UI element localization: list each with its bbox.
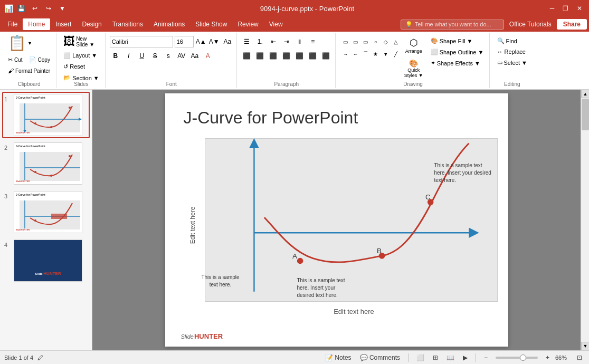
bullets-button[interactable]: ☰ <box>241 36 253 47</box>
status-bar: Slide 1 of 4 🖊 📝 Notes 💬 Comments ⬜ ⊞ 📖 … <box>0 350 589 364</box>
shape-line[interactable]: ╱ <box>390 48 402 60</box>
scroll-thumb[interactable] <box>582 99 589 130</box>
menu-review[interactable]: Review <box>232 18 263 30</box>
menu-view[interactable]: View <box>264 18 288 30</box>
align-text-button[interactable]: ⬛ <box>307 50 319 62</box>
slide-panel[interactable]: 1 J-Curve for PowerPoint SlideHUNT <box>0 90 92 350</box>
clear-format-button[interactable]: Aa <box>222 36 233 47</box>
comments-button[interactable]: 💬 Comments <box>357 352 403 363</box>
slide-num-2: 2 <box>4 145 12 151</box>
menu-bar: File Home Insert Design Transitions Anim… <box>0 17 589 32</box>
text-annotation-c[interactable]: This is a sample text here. Insert your … <box>434 162 495 184</box>
scroll-down-button[interactable]: ▼ <box>581 342 589 350</box>
shape-outline-button[interactable]: ⬜ Shape Outline ▼ <box>428 47 487 57</box>
restore-button[interactable]: ❐ <box>560 3 571 14</box>
menu-design[interactable]: Design <box>77 18 107 30</box>
increase-font-button[interactable]: A▲ <box>195 36 207 47</box>
font-color-button[interactable]: A <box>202 50 214 62</box>
quick-styles-button[interactable]: 🎨 Quick Styles ▼ <box>402 57 426 80</box>
reading-view-button[interactable]: 📖 <box>444 352 457 363</box>
svg-point-10 <box>50 175 52 177</box>
drawing-label: Drawing <box>403 81 423 87</box>
office-tutorials-link[interactable]: Office Tutorials <box>504 18 557 30</box>
slide-thumb-4[interactable]: 4 Slide HUNTER <box>2 237 90 284</box>
italic-button[interactable]: I <box>123 50 135 62</box>
slide-thumb-1[interactable]: 1 J-Curve for PowerPoint SlideHUNT <box>2 92 90 138</box>
find-button[interactable]: 🔍 Find <box>495 36 520 46</box>
text-annotation-b[interactable]: This is a sample text here. Insert your … <box>297 277 353 299</box>
columns-button[interactable]: ⫴ <box>294 36 306 47</box>
new-slide-button[interactable]: 🖼 New Slide ▼ <box>61 34 97 50</box>
slide-sorter-button[interactable]: ⊞ <box>430 352 441 363</box>
vertical-scrollbar[interactable]: ▲ ▼ <box>581 90 589 350</box>
align-center-button[interactable]: ⬛ <box>254 50 266 62</box>
slides-content: 🖼 New Slide ▼ ⬜ Layout ▼ ↺ Reset 📂 Secti… <box>61 34 102 87</box>
cut-button[interactable]: ✂ Cut <box>5 55 25 65</box>
menu-insert[interactable]: Insert <box>50 18 77 30</box>
underline-button[interactable]: U <box>136 50 148 62</box>
slide-title[interactable]: J-Curve for PowerPoint <box>184 108 358 128</box>
text-direction-button[interactable]: ⬛ <box>294 50 306 62</box>
menu-animations[interactable]: Animations <box>148 18 190 30</box>
replace-button[interactable]: ↔ Replace <box>495 47 528 56</box>
text-annotation-a[interactable]: This is a sampletext here. <box>197 274 244 289</box>
para-row2: ⬛ ⬛ ⬛ ⬛ ⬛ ⬛ ⬛ <box>241 50 332 62</box>
align-justify-button[interactable]: ⬛ <box>281 50 292 62</box>
slide-canvas[interactable]: J-Curve for PowerPoint Edit text here Ed… <box>165 93 508 347</box>
undo-button[interactable]: ↩ <box>30 3 40 14</box>
font-name-input[interactable] <box>110 36 173 47</box>
align-left-button[interactable]: ⬛ <box>241 50 253 62</box>
share-button[interactable]: Share <box>557 19 587 30</box>
char-spacing-button[interactable]: AV <box>176 50 187 62</box>
align-right-button[interactable]: ⬛ <box>268 50 279 62</box>
save-button[interactable]: 💾 <box>16 3 26 14</box>
y-axis-label[interactable]: Edit text here <box>189 207 196 244</box>
menu-file[interactable]: File <box>2 18 23 30</box>
shape-tri[interactable]: △ <box>390 36 402 47</box>
slideshow-button[interactable]: ▶ <box>460 352 470 363</box>
numbering-button[interactable]: 1. <box>254 36 266 47</box>
notes-button[interactable]: 📝 Notes <box>322 352 354 363</box>
smartart-button[interactable]: ⬛ <box>320 50 332 62</box>
minimize-button[interactable]: ─ <box>547 3 557 14</box>
fit-slide-button[interactable]: ⊡ <box>574 352 585 363</box>
close-button[interactable]: ✕ <box>574 3 585 14</box>
scroll-up-button[interactable]: ▲ <box>581 90 589 98</box>
layout-button[interactable]: ⬜ Layout ▼ <box>61 51 100 61</box>
customize-button[interactable]: ▼ <box>57 3 68 14</box>
slide-thumb-3[interactable]: 3 J-Curve for PowerPoint SlideHUNTER <box>2 189 90 235</box>
copy-button[interactable]: 📄 Copy <box>26 55 53 65</box>
arrange-button[interactable]: ⬡ Arrange <box>403 35 425 56</box>
increase-indent-button[interactable]: ⇥ <box>281 36 292 47</box>
bold-button[interactable]: B <box>110 50 121 62</box>
shape-fill-button[interactable]: 🎨 Shape Fill ▼ <box>428 36 487 46</box>
reset-button[interactable]: ↺ Reset <box>61 62 88 72</box>
shadow-button[interactable]: s <box>163 50 174 62</box>
tell-me-input[interactable] <box>415 21 499 27</box>
zoom-handle[interactable] <box>520 355 526 361</box>
menu-home[interactable]: Home <box>23 18 50 30</box>
change-case-button[interactable]: Aa <box>189 50 201 62</box>
normal-view-button[interactable]: ⬜ <box>414 352 427 363</box>
decrease-indent-button[interactable]: ⇤ <box>268 36 279 47</box>
shape-effects-button[interactable]: ✦ Shape Effects ▼ <box>428 58 487 68</box>
slides-group: 🖼 New Slide ▼ ⬜ Layout ▼ ↺ Reset 📂 Secti… <box>58 33 106 88</box>
zoom-out-button[interactable]: − <box>481 352 490 363</box>
zoom-slider[interactable] <box>496 357 538 359</box>
line-spacing-button[interactable]: ≡ <box>307 36 319 47</box>
font-size-input[interactable] <box>175 36 194 47</box>
select-button[interactable]: ▭ Select ▼ <box>495 58 530 68</box>
menu-slideshow[interactable]: Slide Show <box>190 18 232 30</box>
tell-me-box[interactable]: 💡 <box>401 20 504 30</box>
slide-thumb-2[interactable]: 2 J-Curve for PowerPoint SlideHUNTER <box>2 140 90 187</box>
lightbulb-icon: 💡 <box>405 21 413 28</box>
paste-button[interactable]: 📋 ▼ <box>5 34 35 53</box>
zoom-in-button[interactable]: + <box>543 352 552 363</box>
format-painter-button[interactable]: 🖌 Format Painter <box>5 66 53 75</box>
menu-transitions[interactable]: Transitions <box>107 18 148 30</box>
redo-button[interactable]: ↪ <box>43 3 54 14</box>
scroll-track <box>581 98 589 342</box>
strikethrough-button[interactable]: S <box>149 50 161 62</box>
x-axis-label[interactable]: Edit text here <box>334 308 374 315</box>
decrease-font-button[interactable]: A▼ <box>208 36 220 47</box>
